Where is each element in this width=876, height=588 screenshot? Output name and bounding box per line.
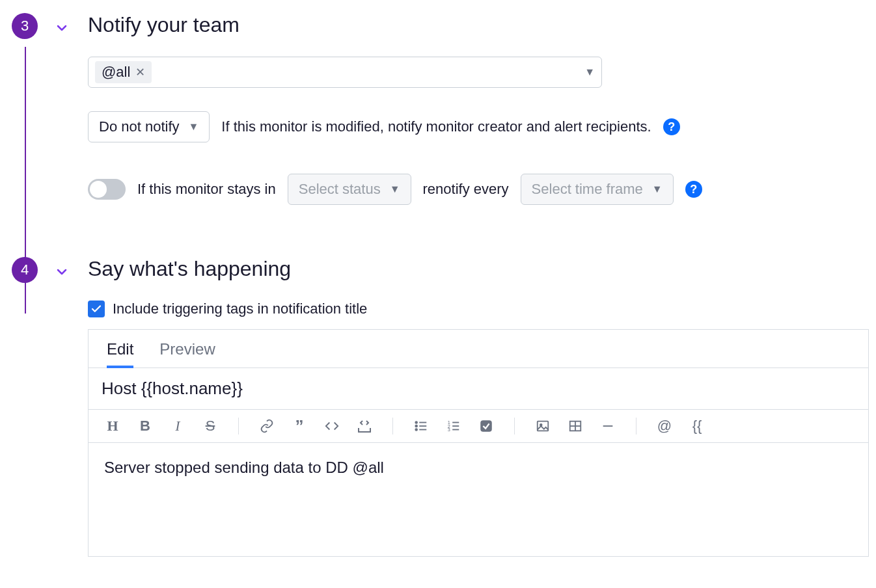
remove-tag-button[interactable]: ✕ xyxy=(135,65,145,79)
include-tags-label: Include triggering tags in notification … xyxy=(113,301,367,317)
check-icon xyxy=(90,303,102,315)
notify-on-modify-select[interactable]: Do not notify ▼ xyxy=(88,111,210,142)
svg-rect-13 xyxy=(538,421,549,431)
renotify-toggle[interactable] xyxy=(88,179,126,200)
horizontal-rule-icon[interactable] xyxy=(598,416,618,436)
toolbar-separator xyxy=(514,418,515,434)
collapse-step-4[interactable] xyxy=(52,262,72,282)
editor-tabs: Edit Preview xyxy=(89,330,868,368)
step-4-title: Say what's happening xyxy=(88,257,876,281)
recipient-tag: @all ✕ xyxy=(95,61,152,83)
quote-icon[interactable]: ” xyxy=(290,416,309,436)
template-var-icon[interactable]: {{ xyxy=(687,416,707,436)
image-icon[interactable] xyxy=(533,416,553,436)
tab-preview[interactable]: Preview xyxy=(159,340,215,368)
svg-rect-12 xyxy=(481,421,492,432)
step-3-title: Notify your team xyxy=(88,13,876,37)
chevron-down-icon xyxy=(54,20,70,36)
include-tags-checkbox[interactable] xyxy=(88,301,105,317)
message-body-input[interactable] xyxy=(89,443,868,552)
recipient-tag-label: @all xyxy=(102,64,130,81)
tab-edit[interactable]: Edit xyxy=(107,340,133,368)
table-icon[interactable] xyxy=(566,416,585,436)
step-number-badge: 4 xyxy=(12,257,38,283)
heading-icon[interactable]: H xyxy=(103,416,122,436)
svg-point-4 xyxy=(415,425,417,427)
step-3-notify: 3 Notify your team @all ✕ ▼ Do not notif… xyxy=(0,13,876,205)
strikethrough-icon[interactable]: S xyxy=(200,416,220,436)
ordered-list-icon[interactable]: 123 xyxy=(444,416,463,436)
dropdown-caret-icon: ▼ xyxy=(189,121,199,133)
svg-point-5 xyxy=(415,429,417,431)
toggle-knob xyxy=(90,181,107,198)
svg-point-3 xyxy=(415,421,417,423)
dropdown-caret-icon: ▼ xyxy=(652,183,663,195)
svg-text:3: 3 xyxy=(448,427,450,433)
help-icon[interactable]: ? xyxy=(663,118,680,135)
step-number-badge: 3 xyxy=(12,13,38,39)
code-block-icon[interactable] xyxy=(355,416,374,436)
editor-toolbar: H B I S ” 123 xyxy=(89,410,868,443)
mention-icon[interactable]: @ xyxy=(655,416,674,436)
unordered-list-icon[interactable] xyxy=(411,416,431,436)
chevron-down-icon xyxy=(54,264,70,280)
renotify-timeframe-placeholder: Select time frame xyxy=(532,181,643,198)
notify-on-modify-value: Do not notify xyxy=(99,118,180,135)
notify-on-modify-explain: If this monitor is modified, notify moni… xyxy=(221,118,651,135)
collapse-step-3[interactable] xyxy=(52,18,72,38)
code-icon[interactable] xyxy=(322,416,342,436)
toolbar-separator xyxy=(636,418,636,434)
checklist-icon[interactable] xyxy=(476,416,496,436)
link-icon[interactable] xyxy=(257,416,277,436)
renotify-status-placeholder: Select status xyxy=(299,181,381,198)
help-icon[interactable]: ? xyxy=(685,181,702,198)
step-4-message: 4 Say what's happening Include triggerin… xyxy=(0,257,876,557)
renotify-status-select[interactable]: Select status ▼ xyxy=(288,174,411,205)
italic-icon[interactable]: I xyxy=(168,416,187,436)
dropdown-caret-icon[interactable]: ▼ xyxy=(584,66,595,78)
dropdown-caret-icon: ▼ xyxy=(390,183,400,195)
notify-recipients-input[interactable]: @all ✕ ▼ xyxy=(88,57,602,88)
renotify-timeframe-select[interactable]: Select time frame ▼ xyxy=(521,174,674,205)
renotify-mid: renotify every xyxy=(423,181,509,198)
renotify-prefix: If this monitor stays in xyxy=(137,181,276,198)
toolbar-separator xyxy=(392,418,393,434)
bold-icon[interactable]: B xyxy=(135,416,155,436)
toolbar-separator xyxy=(238,418,239,434)
message-title-input[interactable] xyxy=(89,368,868,410)
message-editor: Edit Preview H B I S ” xyxy=(88,329,869,557)
